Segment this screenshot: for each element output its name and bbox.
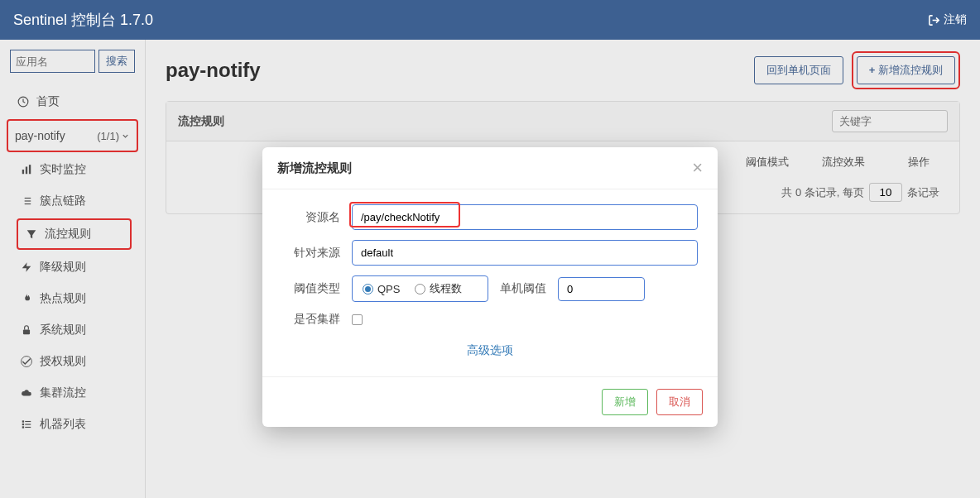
submit-button[interactable]: 新增 [602, 389, 648, 415]
add-flow-rule-modal: 新增流控规则 × 资源名 /pay/checkNotify 针对来源 阈值类型 [262, 147, 718, 427]
threshold-input[interactable] [558, 277, 645, 301]
threshold-type-group: QPS 线程数 [352, 275, 488, 302]
radio-icon [415, 284, 425, 294]
cancel-button[interactable]: 取消 [656, 389, 703, 415]
close-icon[interactable]: × [692, 159, 703, 177]
radio-qps[interactable]: QPS [363, 283, 400, 295]
logout-icon [928, 14, 940, 26]
threshold-label: 单机阈值 [500, 281, 546, 296]
radio-thread[interactable]: 线程数 [415, 281, 462, 296]
app-title: Sentinel 控制台 1.7.0 [13, 10, 153, 30]
logout-label: 注销 [944, 12, 967, 27]
modal-title: 新增流控规则 [277, 160, 352, 176]
type-label: 阈值类型 [282, 281, 340, 296]
radio-icon [363, 284, 373, 294]
cluster-checkbox[interactable] [352, 314, 363, 325]
origin-input[interactable] [352, 240, 698, 266]
resource-label: 资源名 [282, 210, 340, 225]
advanced-options-link[interactable]: 高级选项 [282, 337, 698, 370]
radio-thread-label: 线程数 [430, 281, 462, 296]
cluster-label: 是否集群 [282, 312, 340, 327]
logout-button[interactable]: 注销 [928, 12, 967, 27]
resource-input[interactable] [352, 204, 698, 230]
origin-label: 针对来源 [282, 246, 340, 261]
radio-qps-label: QPS [377, 283, 400, 295]
